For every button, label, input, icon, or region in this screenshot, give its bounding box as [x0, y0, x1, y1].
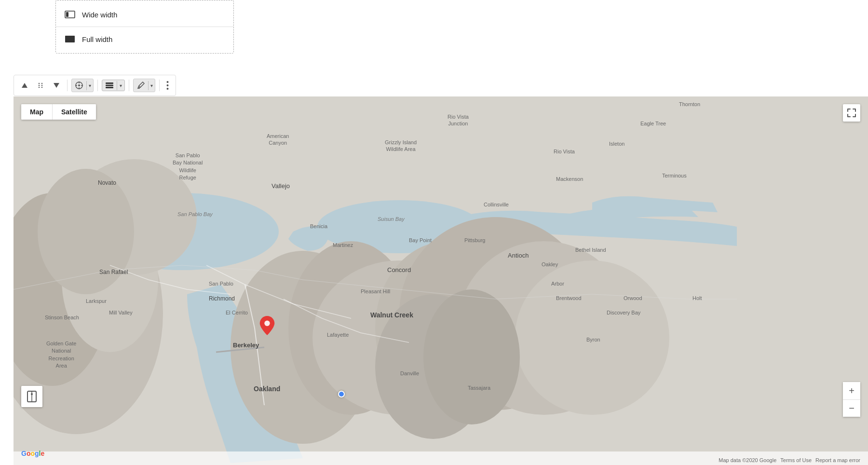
- place-byron: Byron: [586, 337, 600, 342]
- svg-rect-2: [65, 36, 75, 42]
- place-el-cerrito: El Cerrito: [226, 310, 248, 315]
- toolbar-separator-2: [97, 80, 98, 91]
- location-button[interactable]: [72, 79, 86, 92]
- place-pleasant-hill: Pleasant Hill: [361, 288, 390, 294]
- place-rio-vista-junction: Rio VistaJunction: [448, 113, 469, 127]
- place-danville: Danville: [400, 370, 419, 376]
- full-width-icon: [65, 34, 75, 44]
- svg-point-10: [78, 84, 80, 86]
- svg-point-3: [39, 83, 40, 84]
- svg-point-21: [167, 88, 169, 90]
- svg-point-36: [38, 169, 134, 294]
- place-american-canyon: AmericanCanyon: [267, 133, 289, 147]
- wide-width-option[interactable]: Wide width: [56, 4, 233, 25]
- report-map-error-link[interactable]: Report a map error: [815, 457, 860, 463]
- place-oakland: Oakland: [254, 385, 280, 393]
- place-discovery-bay: Discovery Bay: [607, 310, 640, 315]
- block-toolbar: ▾ ▾ ▾: [14, 75, 176, 96]
- place-san-pablo-bay: San Pablo Bay: [177, 211, 213, 217]
- place-eagle-tree: Eagle Tree: [640, 121, 666, 126]
- place-martinez: Martinez: [333, 242, 353, 248]
- toolbar-separator-3: [129, 80, 129, 91]
- map-container[interactable]: Map Satellite Thornton Rio VistaJunction…: [14, 96, 868, 465]
- place-golden-gate: Golden GateNationalRecreationArea: [46, 340, 76, 370]
- map-type-control: Map Satellite: [21, 104, 96, 120]
- place-thornton: Thornton: [679, 101, 700, 107]
- place-bay-point: Bay Point: [409, 237, 432, 243]
- svg-point-38: [423, 289, 520, 424]
- place-mill-valley: Mill Valley: [109, 310, 133, 315]
- place-larkspur: Larkspur: [86, 298, 107, 304]
- map-type-satellite-button[interactable]: Satellite: [52, 104, 96, 120]
- svg-point-42: [31, 393, 33, 395]
- svg-rect-16: [106, 85, 113, 86]
- place-terminous: Terminous: [662, 173, 687, 178]
- svg-point-19: [167, 81, 169, 83]
- wide-width-icon: [65, 9, 75, 20]
- map-terrain-svg: [14, 96, 868, 465]
- layout-button[interactable]: [102, 80, 117, 91]
- place-brentwood: Brentwood: [556, 295, 582, 301]
- svg-point-4: [39, 85, 40, 86]
- svg-rect-17: [106, 87, 113, 88]
- svg-rect-1: [66, 12, 68, 17]
- zoom-out-button[interactable]: −: [843, 399, 860, 417]
- drag-handle-button[interactable]: [34, 80, 47, 91]
- map-location-pin[interactable]: [259, 316, 275, 337]
- terms-of-use-link[interactable]: Terms of Use: [780, 457, 812, 463]
- annotate-dropdown-arrow[interactable]: ▾: [148, 81, 155, 90]
- place-orwood: Orwood: [624, 295, 642, 301]
- move-up-button[interactable]: [18, 80, 31, 91]
- place-novato: Novato: [98, 179, 116, 186]
- place-vallejo: Vallejo: [271, 182, 290, 190]
- place-collinsville: Collinsville: [484, 202, 509, 207]
- place-oakley: Oakley: [542, 261, 558, 267]
- map-type-map-button[interactable]: Map: [21, 104, 52, 120]
- place-richmond: Richmond: [209, 295, 235, 302]
- place-tassajara: Tassajara: [468, 385, 490, 391]
- wide-width-label: Wide width: [82, 11, 117, 19]
- location-dropdown-arrow[interactable]: ▾: [86, 81, 93, 90]
- zoom-in-button[interactable]: +: [843, 382, 860, 399]
- place-benicia: Benicia: [310, 223, 327, 229]
- place-san-pablo: San Pablo: [209, 281, 233, 287]
- full-width-option[interactable]: Full width: [56, 29, 233, 49]
- location-button-group: ▾: [71, 79, 94, 92]
- move-down-button[interactable]: [50, 80, 63, 91]
- pegman-button[interactable]: [21, 386, 42, 407]
- place-pittsburg: Pittsburg: [464, 237, 485, 243]
- place-berkeley: Berkeley: [233, 342, 259, 349]
- place-holt: Holt: [692, 295, 702, 301]
- more-options-button[interactable]: [163, 79, 172, 92]
- place-antioch: Antioch: [508, 252, 529, 259]
- fullscreen-button[interactable]: [843, 104, 860, 122]
- svg-point-7: [41, 85, 42, 86]
- dropdown-divider: [56, 27, 233, 27]
- toolbar-separator-4: [159, 80, 160, 91]
- full-width-label: Full width: [82, 35, 112, 43]
- svg-point-20: [167, 84, 169, 86]
- layout-dropdown-arrow[interactable]: ▾: [117, 81, 124, 90]
- place-arbor: Arbor: [551, 281, 564, 287]
- layout-button-group: ▾: [102, 80, 125, 91]
- toolbar-separator-1: [67, 80, 68, 91]
- zoom-controls: + −: [843, 382, 860, 417]
- dropdown-menu: Wide width Full width: [55, 0, 234, 54]
- place-lafayette: Lafayette: [327, 332, 349, 338]
- place-concord: Concord: [387, 266, 411, 274]
- svg-point-5: [39, 87, 40, 88]
- annotate-button-group: ▾: [133, 79, 155, 92]
- annotate-button[interactable]: [134, 79, 148, 92]
- map-attribution: Map data ©2020 Google Terms of Use Repor…: [719, 457, 860, 463]
- place-grizzly-island: Grizzly IslandWildlife Area: [385, 139, 417, 153]
- svg-point-39: [264, 321, 270, 326]
- place-bethel-island: Bethel Island: [575, 247, 606, 253]
- map-data-text: Map data ©2020 Google: [719, 457, 776, 463]
- svg-rect-15: [106, 82, 113, 84]
- place-suisun-bay: Suisun Bay: [378, 216, 405, 222]
- place-san-rafael: San Rafael: [99, 269, 128, 275]
- place-san-pablo-bay-nwr: San PabloBay NationalWildlifeRefuge: [173, 152, 203, 182]
- svg-point-6: [41, 83, 42, 84]
- svg-point-8: [41, 87, 42, 88]
- blue-location-dot: [338, 391, 345, 397]
